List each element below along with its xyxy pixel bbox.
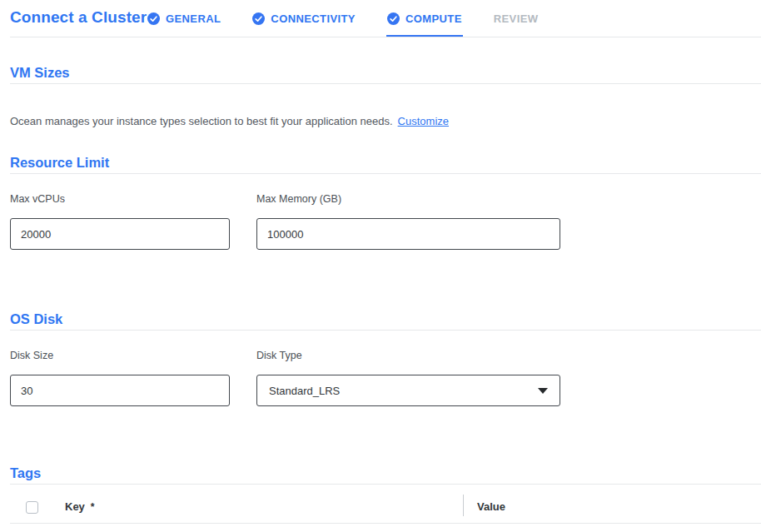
page-title: Connect a Cluster [10,8,147,27]
wizard-steps: GENERAL CONNECTIVITY COMPUTE REVIEW [147,0,538,37]
tab-label: COMPUTE [405,12,462,25]
tab-review[interactable]: REVIEW [494,0,539,37]
tab-compute[interactable]: COMPUTE [387,0,462,37]
section-divider [10,484,761,485]
tags-heading: Tags [10,465,41,481]
max-memory-input[interactable] [256,218,560,250]
key-header-label: Key [65,500,85,513]
required-marker: * [91,501,95,513]
customize-link[interactable]: Customize [398,115,449,127]
tab-label: CONNECTIVITY [271,12,356,25]
check-circle-icon [252,12,265,25]
disk-size-input[interactable] [10,375,230,406]
column-separator [463,495,464,516]
tags-value-column-header: Value [477,500,505,513]
max-memory-label: Max Memory (GB) [256,193,341,205]
check-circle-icon [147,12,160,25]
vm-sizes-description: Ocean manages your instance types select… [10,115,449,127]
check-circle-icon [387,12,400,25]
tags-select-all-checkbox[interactable] [26,501,38,514]
resource-limit-heading: Resource Limit [10,155,109,171]
tab-connectivity[interactable]: CONNECTIVITY [252,0,356,37]
description-text: Ocean manages your instance types select… [10,115,393,127]
vm-sizes-heading: VM Sizes [10,65,70,81]
tab-label: REVIEW [494,12,539,25]
connect-cluster-wizard: Connect a Cluster GENERAL CONNECTIVITY C… [0,0,761,532]
section-divider [10,83,761,84]
chevron-down-icon [538,388,548,394]
disk-size-label: Disk Size [10,350,53,361]
disk-type-selected-value: Standard_LRS [269,385,340,397]
disk-type-select[interactable]: Standard_LRS [256,375,560,406]
section-divider [10,173,761,174]
max-vcpus-input[interactable] [10,218,230,250]
os-disk-heading: OS Disk [10,311,62,327]
header-divider [10,37,761,37]
tab-label: GENERAL [166,12,221,25]
disk-type-label: Disk Type [256,350,302,361]
section-divider [10,330,761,331]
tab-general[interactable]: GENERAL [147,0,221,37]
tags-header-bottom-divider [10,523,761,524]
tags-key-column-header: Key* [65,500,95,513]
max-vcpus-label: Max vCPUs [10,193,65,205]
